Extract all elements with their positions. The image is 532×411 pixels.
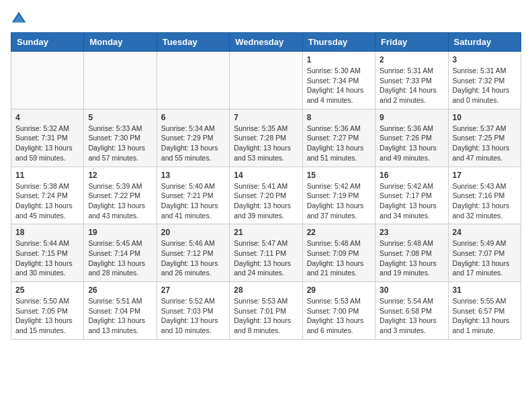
day-number: 3 bbox=[453, 55, 517, 64]
calendar-cell: 28Sunrise: 5:53 AMSunset: 7:01 PMDayligh… bbox=[230, 282, 302, 340]
day-info: Sunrise: 5:36 AMSunset: 7:26 PMDaylight:… bbox=[380, 124, 443, 163]
day-number: 26 bbox=[88, 285, 152, 295]
calendar-cell: 30Sunrise: 5:54 AMSunset: 6:58 PMDayligh… bbox=[375, 282, 448, 340]
calendar-cell: 16Sunrise: 5:42 AMSunset: 7:17 PMDayligh… bbox=[375, 167, 448, 224]
calendar-cell: 4Sunrise: 5:32 AMSunset: 7:31 PMDaylight… bbox=[11, 109, 84, 167]
day-info: Sunrise: 5:36 AMSunset: 7:27 PMDaylight:… bbox=[307, 124, 371, 163]
calendar-cell: 23Sunrise: 5:48 AMSunset: 7:08 PMDayligh… bbox=[375, 224, 448, 282]
day-number: 13 bbox=[161, 171, 225, 180]
day-info: Sunrise: 5:31 AMSunset: 7:33 PMDaylight:… bbox=[380, 66, 443, 105]
calendar-cell: 11Sunrise: 5:38 AMSunset: 7:24 PMDayligh… bbox=[11, 167, 84, 224]
day-number: 16 bbox=[380, 171, 443, 180]
logo-icon bbox=[11, 11, 27, 27]
day-number: 9 bbox=[380, 113, 443, 122]
calendar-cell: 21Sunrise: 5:47 AMSunset: 7:11 PMDayligh… bbox=[230, 224, 302, 282]
day-info: Sunrise: 5:54 AMSunset: 6:58 PMDaylight:… bbox=[380, 296, 443, 336]
calendar-cell: 27Sunrise: 5:52 AMSunset: 7:03 PMDayligh… bbox=[157, 282, 229, 340]
day-info: Sunrise: 5:31 AMSunset: 7:32 PMDaylight:… bbox=[453, 66, 517, 105]
day-of-week-header: Friday bbox=[375, 33, 448, 52]
calendar-cell bbox=[11, 52, 84, 109]
calendar-table: SundayMondayTuesdayWednesdayThursdayFrid… bbox=[11, 32, 521, 340]
day-number: 18 bbox=[15, 228, 79, 237]
page-header bbox=[11, 11, 521, 27]
day-number: 24 bbox=[453, 228, 517, 237]
day-info: Sunrise: 5:53 AMSunset: 7:01 PMDaylight:… bbox=[234, 296, 298, 336]
day-of-week-header: Sunday bbox=[11, 33, 84, 52]
calendar-cell: 5Sunrise: 5:33 AMSunset: 7:30 PMDaylight… bbox=[84, 109, 157, 167]
day-info: Sunrise: 5:46 AMSunset: 7:12 PMDaylight:… bbox=[161, 238, 225, 278]
day-info: Sunrise: 5:55 AMSunset: 6:57 PMDaylight:… bbox=[453, 296, 517, 336]
calendar-cell: 6Sunrise: 5:34 AMSunset: 7:29 PMDaylight… bbox=[157, 109, 229, 167]
calendar-cell: 25Sunrise: 5:50 AMSunset: 7:05 PMDayligh… bbox=[11, 282, 84, 340]
calendar-cell bbox=[157, 52, 229, 109]
day-number: 17 bbox=[453, 171, 517, 180]
day-info: Sunrise: 5:48 AMSunset: 7:09 PMDaylight:… bbox=[307, 238, 371, 278]
day-number: 27 bbox=[161, 285, 225, 295]
calendar-cell: 19Sunrise: 5:45 AMSunset: 7:14 PMDayligh… bbox=[84, 224, 157, 282]
day-number: 23 bbox=[380, 228, 443, 237]
calendar-week-row: 25Sunrise: 5:50 AMSunset: 7:05 PMDayligh… bbox=[11, 282, 521, 340]
calendar-cell: 17Sunrise: 5:43 AMSunset: 7:16 PMDayligh… bbox=[448, 167, 521, 224]
day-info: Sunrise: 5:49 AMSunset: 7:07 PMDaylight:… bbox=[453, 238, 517, 278]
day-info: Sunrise: 5:51 AMSunset: 7:04 PMDaylight:… bbox=[88, 296, 152, 336]
calendar-cell bbox=[230, 52, 302, 109]
day-number: 28 bbox=[234, 285, 298, 295]
calendar-week-row: 4Sunrise: 5:32 AMSunset: 7:31 PMDaylight… bbox=[11, 109, 521, 167]
day-number: 2 bbox=[380, 55, 443, 64]
calendar-cell: 8Sunrise: 5:36 AMSunset: 7:27 PMDaylight… bbox=[302, 109, 375, 167]
calendar-cell: 26Sunrise: 5:51 AMSunset: 7:04 PMDayligh… bbox=[84, 282, 157, 340]
day-info: Sunrise: 5:48 AMSunset: 7:08 PMDaylight:… bbox=[380, 238, 443, 278]
day-of-week-header: Tuesday bbox=[157, 33, 229, 52]
day-info: Sunrise: 5:50 AMSunset: 7:05 PMDaylight:… bbox=[15, 296, 79, 336]
calendar-cell: 10Sunrise: 5:37 AMSunset: 7:25 PMDayligh… bbox=[448, 109, 521, 167]
day-info: Sunrise: 5:41 AMSunset: 7:20 PMDaylight:… bbox=[234, 181, 298, 221]
day-info: Sunrise: 5:35 AMSunset: 7:28 PMDaylight:… bbox=[234, 124, 298, 163]
day-info: Sunrise: 5:45 AMSunset: 7:14 PMDaylight:… bbox=[88, 238, 152, 278]
calendar-cell: 13Sunrise: 5:40 AMSunset: 7:21 PMDayligh… bbox=[157, 167, 229, 224]
day-number: 4 bbox=[15, 113, 79, 122]
calendar-cell: 2Sunrise: 5:31 AMSunset: 7:33 PMDaylight… bbox=[375, 52, 448, 109]
calendar-cell: 20Sunrise: 5:46 AMSunset: 7:12 PMDayligh… bbox=[157, 224, 229, 282]
day-info: Sunrise: 5:44 AMSunset: 7:15 PMDaylight:… bbox=[15, 238, 79, 278]
calendar-week-row: 18Sunrise: 5:44 AMSunset: 7:15 PMDayligh… bbox=[11, 224, 521, 282]
day-number: 5 bbox=[88, 113, 152, 122]
day-info: Sunrise: 5:30 AMSunset: 7:34 PMDaylight:… bbox=[307, 66, 371, 105]
day-number: 31 bbox=[453, 285, 517, 295]
day-of-week-header: Wednesday bbox=[230, 33, 302, 52]
day-info: Sunrise: 5:39 AMSunset: 7:22 PMDaylight:… bbox=[88, 181, 152, 221]
day-number: 20 bbox=[161, 228, 225, 237]
day-info: Sunrise: 5:40 AMSunset: 7:21 PMDaylight:… bbox=[161, 181, 225, 221]
day-number: 10 bbox=[453, 113, 517, 122]
day-info: Sunrise: 5:52 AMSunset: 7:03 PMDaylight:… bbox=[161, 296, 225, 336]
logo bbox=[11, 11, 30, 27]
day-info: Sunrise: 5:43 AMSunset: 7:16 PMDaylight:… bbox=[453, 181, 517, 221]
calendar-week-row: 1Sunrise: 5:30 AMSunset: 7:34 PMDaylight… bbox=[11, 52, 521, 109]
calendar-cell: 31Sunrise: 5:55 AMSunset: 6:57 PMDayligh… bbox=[448, 282, 521, 340]
calendar-cell: 22Sunrise: 5:48 AMSunset: 7:09 PMDayligh… bbox=[302, 224, 375, 282]
day-number: 30 bbox=[380, 285, 443, 295]
day-number: 8 bbox=[307, 113, 371, 122]
calendar-week-row: 11Sunrise: 5:38 AMSunset: 7:24 PMDayligh… bbox=[11, 167, 521, 224]
day-info: Sunrise: 5:42 AMSunset: 7:19 PMDaylight:… bbox=[307, 181, 371, 221]
calendar-cell bbox=[84, 52, 157, 109]
day-number: 22 bbox=[307, 228, 371, 237]
calendar-cell: 18Sunrise: 5:44 AMSunset: 7:15 PMDayligh… bbox=[11, 224, 84, 282]
day-info: Sunrise: 5:38 AMSunset: 7:24 PMDaylight:… bbox=[15, 181, 79, 221]
calendar-cell: 29Sunrise: 5:53 AMSunset: 7:00 PMDayligh… bbox=[302, 282, 375, 340]
calendar-cell: 24Sunrise: 5:49 AMSunset: 7:07 PMDayligh… bbox=[448, 224, 521, 282]
calendar-cell: 9Sunrise: 5:36 AMSunset: 7:26 PMDaylight… bbox=[375, 109, 448, 167]
day-number: 19 bbox=[88, 228, 152, 237]
calendar-cell: 14Sunrise: 5:41 AMSunset: 7:20 PMDayligh… bbox=[230, 167, 302, 224]
day-info: Sunrise: 5:53 AMSunset: 7:00 PMDaylight:… bbox=[307, 296, 371, 336]
calendar-cell: 15Sunrise: 5:42 AMSunset: 7:19 PMDayligh… bbox=[302, 167, 375, 224]
day-number: 14 bbox=[234, 171, 298, 180]
header-row: SundayMondayTuesdayWednesdayThursdayFrid… bbox=[11, 33, 521, 52]
day-of-week-header: Thursday bbox=[302, 33, 375, 52]
calendar-cell: 7Sunrise: 5:35 AMSunset: 7:28 PMDaylight… bbox=[230, 109, 302, 167]
day-number: 12 bbox=[88, 171, 152, 180]
calendar-cell: 12Sunrise: 5:39 AMSunset: 7:22 PMDayligh… bbox=[84, 167, 157, 224]
day-number: 25 bbox=[15, 285, 79, 295]
day-info: Sunrise: 5:37 AMSunset: 7:25 PMDaylight:… bbox=[453, 124, 517, 163]
day-number: 15 bbox=[307, 171, 371, 180]
day-number: 1 bbox=[307, 55, 371, 64]
